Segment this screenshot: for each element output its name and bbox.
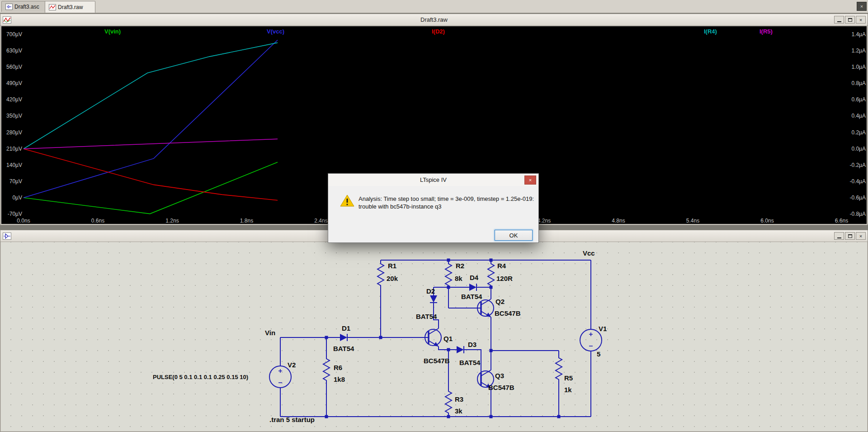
restore-button[interactable]	[845, 16, 855, 24]
minimize-button[interactable]	[834, 16, 844, 24]
resistor-R5[interactable]	[556, 351, 562, 417]
diode-D1[interactable]	[340, 334, 347, 341]
label-r6-name: R6	[334, 364, 342, 371]
error-dialog: LTspice IV × Analysis: Time step too sma…	[328, 173, 539, 243]
y-axis-tick-right: 1.0µA	[840, 63, 866, 71]
trace-I(D2)	[24, 149, 278, 200]
tab-draft3-raw[interactable]: Draft3.raw	[45, 1, 95, 13]
trace-label[interactable]: V(vin)	[104, 28, 121, 35]
y-axis-tick-right: 1.4µA	[840, 31, 866, 38]
y-axis-tick-left: 350µV	[1, 112, 22, 119]
label-d1-value: BAT54	[333, 345, 354, 352]
schematic-drawing: R1 20k R2 8k R4 120R D4 BAT54 D2 BAT54 Q…	[1, 242, 867, 431]
x-axis-tick: 1.2ns	[158, 218, 187, 224]
tab-draft3-asc[interactable]: Draft3.asc	[1, 1, 51, 12]
label-q1-value: BC547B	[424, 357, 450, 365]
label-net-vin: Vin	[265, 329, 275, 337]
trace-label[interactable]: I(D2)	[432, 28, 445, 35]
label-d4-name: D4	[470, 274, 479, 281]
y-axis-tick-right: -0.2µA	[840, 161, 866, 169]
dialog-titlebar[interactable]: LTspice IV ×	[328, 174, 538, 186]
schematic-canvas[interactable]: R1 20k R2 8k R4 120R D4 BAT54 D2 BAT54 Q…	[1, 242, 867, 431]
y-axis-tick-right: 0.4µA	[840, 112, 866, 119]
trace-label[interactable]: I(R5)	[760, 28, 773, 35]
y-axis-tick-left: 490µV	[1, 80, 22, 87]
y-axis-tick-left: 0µV	[1, 194, 22, 201]
component-labels: R1 20k R2 8k R4 120R D4 BAT54 D2 BAT54 Q…	[265, 249, 607, 415]
label-d2-value: BAT54	[416, 313, 437, 320]
label-q3-value: BC547B	[488, 384, 514, 391]
x-axis-tick: 5.4ns	[679, 218, 708, 224]
resistor-R1[interactable]	[377, 260, 384, 337]
y-axis-tick-left: 140µV	[1, 161, 22, 169]
y-axis-tick-left: 70µV	[1, 178, 22, 185]
y-axis-tick-right: 0.2µA	[840, 129, 866, 136]
dialog-ok-button[interactable]: OK	[495, 230, 533, 241]
dialog-message-line1: Analysis: Time step too small; time = 3e…	[359, 195, 534, 203]
label-r4-value: 120R	[496, 275, 513, 282]
label-r5-name: R5	[564, 374, 573, 382]
y-axis-tick-left: 420µV	[1, 96, 22, 103]
label-r2-value: 8k	[455, 275, 462, 282]
resistor-R4[interactable]	[488, 260, 494, 299]
x-axis-tick: 0.6ns	[84, 218, 113, 224]
restore-icon	[848, 18, 852, 22]
label-q2-name: Q2	[495, 298, 505, 305]
dialog-title: LTspice IV	[328, 176, 538, 183]
wire-junctions	[325, 259, 561, 418]
y-axis-tick-right: 0.8µA	[840, 80, 866, 87]
y-axis-tick-left: 560µV	[1, 63, 22, 71]
restore-icon	[848, 234, 852, 238]
minimize-icon	[837, 21, 841, 22]
schematic-window: Draft3.asc ×	[0, 230, 868, 432]
label-v2-value: PULSE(0 5 0.1 0.1 0.1 0.25 0.15 10)	[153, 374, 248, 380]
tab-label: Draft3.asc	[14, 4, 39, 10]
y-axis-tick-left: 280µV	[1, 129, 22, 136]
schematic-file-icon	[5, 4, 13, 10]
x-axis-tick: 6.0ns	[753, 218, 782, 224]
y-axis-tick-right: -0.4µA	[840, 178, 866, 185]
diode-D2[interactable]	[430, 295, 437, 303]
trace-V(vin)	[24, 162, 278, 214]
minimize-icon	[837, 237, 841, 238]
close-button[interactable]: ×	[856, 232, 866, 240]
diode-D3[interactable]	[457, 346, 464, 353]
label-tran-directive: .tran 5 startup	[269, 416, 315, 423]
x-axis-tick: 0.0ns	[9, 218, 38, 224]
y-axis-tick-right: -0.8µA	[840, 210, 866, 218]
label-r1-value: 20k	[387, 275, 398, 282]
label-r3-value: 3k	[455, 407, 462, 415]
trace-V(vcc)	[24, 40, 278, 198]
y-axis-tick-right: 1.2µA	[840, 47, 866, 54]
diode-D4[interactable]	[469, 284, 476, 291]
voltage-source-V2[interactable]	[269, 366, 291, 388]
resistor-R6[interactable]	[323, 337, 330, 417]
label-q2-value: BC547B	[495, 309, 521, 317]
label-r5-value: 1k	[564, 386, 572, 394]
trace-label[interactable]: V(vcc)	[267, 28, 284, 35]
y-axis-tick-left: 700µV	[1, 31, 22, 38]
label-d2-name: D2	[426, 287, 435, 295]
label-d3-name: D3	[468, 341, 476, 348]
label-r3-name: R3	[455, 395, 463, 403]
y-axis-tick-left: -70µV	[1, 210, 22, 218]
y-axis-tick-right: 0.0µA	[840, 145, 866, 152]
y-axis-tick-left: 630µV	[1, 47, 22, 54]
waveform-titlebar[interactable]: Draft3.raw ×	[0, 14, 868, 26]
resistor-R2[interactable]	[445, 260, 452, 308]
trace-label[interactable]: I(R4)	[704, 28, 717, 35]
close-button[interactable]: ×	[856, 16, 866, 24]
label-r2-name: R2	[456, 262, 464, 270]
label-q3-name: Q3	[495, 372, 504, 380]
trace-I(R5)	[24, 139, 278, 149]
dialog-close-button[interactable]: ×	[524, 176, 536, 185]
x-axis-tick: 4.8ns	[604, 218, 633, 224]
ltspice-app: Draft3.asc Draft3.raw × Draft3.raw ×	[0, 0, 868, 432]
voltage-source-V1[interactable]	[580, 329, 602, 351]
minimize-button[interactable]	[834, 232, 844, 240]
restore-button[interactable]	[845, 232, 855, 240]
app-corner-button[interactable]: ×	[857, 2, 867, 11]
label-v2-name: V2	[288, 361, 296, 369]
tab-label: Draft3.raw	[58, 4, 83, 10]
dialog-message-line2: trouble with bc547b-instance q3	[359, 203, 534, 210]
